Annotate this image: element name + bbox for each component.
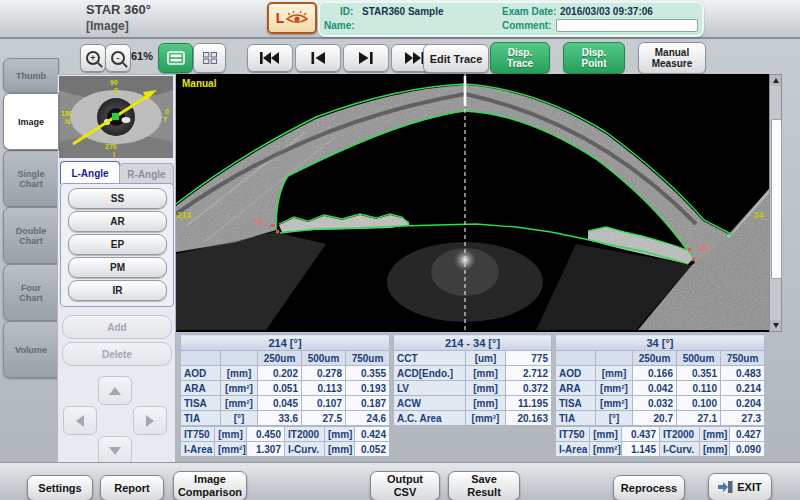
cell-value: 0.437 (622, 427, 660, 442)
report-button[interactable]: Report (100, 475, 164, 500)
left-angle-measurements-table: 214 [°] 250um 500um 750um AOD[mm]0.2020.… (180, 334, 390, 426)
site-button-ar[interactable]: AR (68, 211, 167, 232)
orientation-label: T (163, 116, 168, 123)
single-view-toggle[interactable] (158, 43, 193, 73)
cell-value: 0.214 (721, 381, 765, 396)
comment-label: Comment: (502, 20, 551, 31)
site-button-ss[interactable]: SS (68, 188, 167, 209)
first-frame-button[interactable] (247, 44, 293, 72)
row-label: LV (394, 381, 466, 396)
table-title: 214 - 34 [°] (394, 335, 552, 351)
nudge-right-button[interactable] (133, 406, 167, 435)
zoom-out-button[interactable]: - (105, 44, 131, 72)
app-title: STAR 360° (86, 2, 151, 17)
exit-button[interactable]: EXIT (708, 473, 772, 500)
tab-l-angle[interactable]: L-Angle (60, 161, 120, 184)
right-arrow-icon (146, 415, 154, 427)
zoom-in-button[interactable]: + (80, 44, 106, 72)
nudge-down-button[interactable] (98, 436, 132, 465)
image-scrollbar[interactable] (769, 74, 782, 332)
cell-value: 0.090 (730, 442, 765, 457)
nudge-left-button[interactable] (63, 406, 97, 435)
orientation-label: 270 (105, 143, 117, 150)
orientation-label: 90 (110, 79, 118, 86)
row-label: IT750 (181, 427, 215, 442)
scroll-up-button[interactable] (770, 75, 781, 86)
disp-point-button[interactable]: Disp. Point (563, 42, 625, 74)
sidebar-tab-image[interactable]: Image (3, 93, 59, 150)
sidebar-tab-thumb[interactable]: Thumb (3, 58, 59, 93)
site-button-ep[interactable]: EP (68, 234, 167, 255)
ss-marker-label-left: SS (252, 217, 264, 227)
spacer-cell (596, 351, 633, 366)
nudge-up-button[interactable] (98, 376, 132, 405)
cell-value: 0.483 (721, 366, 765, 381)
row-label: IT750 (556, 427, 590, 442)
oct-scan-image[interactable]: SS SS Manual 214 34 (176, 74, 769, 332)
cell-value: 0.187 (346, 396, 390, 411)
disp-trace-button[interactable]: Disp. Trace (490, 42, 550, 74)
eye-side-letter: L (276, 10, 285, 26)
row-label: AOD (181, 366, 221, 381)
cell-value: 0.051 (258, 381, 302, 396)
cell-value: 0.166 (633, 366, 677, 381)
row-label: I-Area (181, 442, 215, 457)
scroll-down-button[interactable] (770, 320, 781, 331)
up-arrow-icon (109, 387, 121, 395)
col-header: 750um (346, 351, 390, 366)
sidebar-tab-volume[interactable]: Volume (3, 321, 59, 378)
sidebar-tab-four-chart[interactable]: Four Chart (3, 264, 59, 321)
patient-info-panel: ID: STAR360 Sample Exam Date: 2016/03/03… (318, 1, 704, 37)
row-unit: [mm] (466, 396, 506, 411)
star360-app-window: STAR 360° [Image] L ID: STAR360 Sample E… (0, 0, 800, 500)
next-frame-button[interactable] (343, 44, 389, 72)
cell-value: 0.107 (302, 396, 346, 411)
id-value: STAR360 Sample (362, 6, 444, 17)
col-header: 250um (258, 351, 302, 366)
row-label: ARA (181, 381, 221, 396)
reprocess-button[interactable]: Reprocess (613, 475, 685, 500)
right-angle-measurements-table: 34 [°] 250um 500um 750um AOD[mm]0.1660.3… (555, 334, 765, 426)
scroll-down-icon (773, 323, 779, 328)
row-unit: [mm] (325, 427, 355, 442)
cell-value: 27.1 (677, 411, 721, 426)
view-mode-label: [Image] (86, 19, 129, 33)
spacer-cell (556, 351, 596, 366)
output-csv-button[interactable]: Output CSV (370, 471, 440, 500)
manual-measure-button[interactable]: Manual Measure (638, 42, 706, 74)
id-label: ID: (340, 6, 353, 17)
edit-trace-button[interactable]: Edit Trace (423, 44, 489, 73)
cell-value: 27.3 (721, 411, 765, 426)
table-title: 214 [°] (181, 335, 390, 351)
row-unit: [°] (596, 411, 633, 426)
cell-value: 0.278 (302, 366, 346, 381)
sidebar-tab-double-chart[interactable]: Double Chart (3, 207, 59, 264)
spacer-cell (221, 351, 258, 366)
row-unit: [°] (221, 411, 258, 426)
settings-button[interactable]: Settings (27, 475, 93, 500)
down-arrow-icon (109, 447, 121, 455)
prev-frame-button[interactable] (295, 44, 341, 72)
multi-view-toggle[interactable] (193, 43, 226, 73)
site-button-pm[interactable]: PM (68, 257, 167, 278)
add-button[interactable]: Add (62, 315, 172, 339)
exam-date-value: 2016/03/03 09:37:06 (560, 6, 653, 17)
row-label: TIA (181, 411, 221, 426)
cell-value: 0.193 (346, 381, 390, 396)
sidebar-tab-single-chart[interactable]: Single Chart (3, 150, 59, 207)
row-unit: [mm²] (596, 381, 633, 396)
tab-r-angle[interactable]: R-Angle (119, 163, 174, 185)
scrollbar-thumb[interactable] (771, 119, 782, 279)
row-unit: [mm] (700, 442, 730, 457)
comment-input[interactable] (556, 19, 698, 32)
site-button-ir[interactable]: IR (68, 280, 167, 301)
cell-value: 0.355 (346, 366, 390, 381)
cell-value: 0.204 (721, 396, 765, 411)
image-comparison-button[interactable]: Image Comparison (173, 471, 247, 500)
delete-button[interactable]: Delete (62, 342, 172, 366)
cell-value: 0.424 (355, 427, 390, 442)
save-result-button[interactable]: Save Result (448, 471, 520, 500)
cell-value: 20.163 (506, 411, 552, 426)
eye-thumbnail: 90 S 180 N 0 T 270 I (59, 76, 173, 158)
row-unit: [mm] (700, 427, 730, 442)
